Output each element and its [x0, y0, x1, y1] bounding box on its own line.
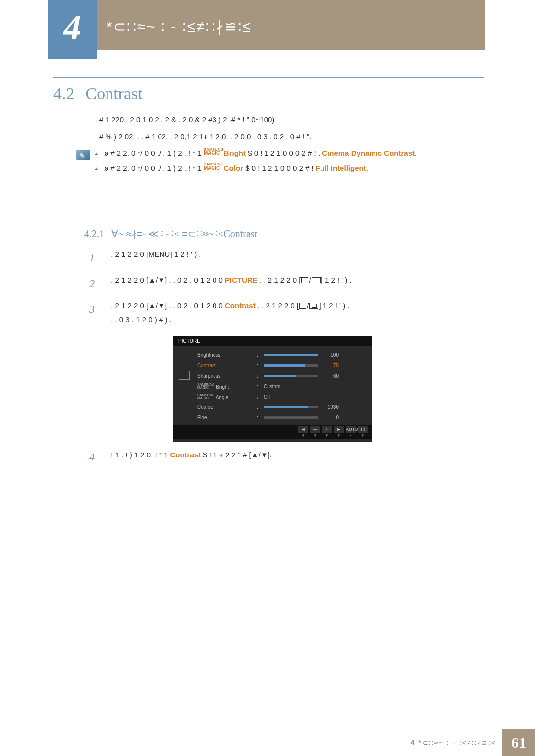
osd-menu: PICTURE Brightness:100Contrast:75Sharpne… — [173, 336, 372, 442]
slider-track — [264, 406, 318, 408]
square-icon — [301, 277, 308, 283]
osd-icon-column — [173, 346, 195, 425]
osd-foot-key: ► — [334, 426, 344, 433]
samsung-magic-label: SAMSUNGMAGIC — [204, 162, 224, 170]
intro-p1: # 1 220 . 2 0 1 0 2 . 2 & . 2 0 & 2 #3 )… — [99, 114, 476, 126]
osd-foot-key: + — [322, 426, 332, 433]
menu-key: MENU — [148, 250, 170, 258]
section-title: Contrast — [86, 84, 143, 102]
square-icon — [299, 303, 306, 309]
osd-value: 60 — [321, 373, 339, 379]
osd-row-label: Sharpness — [197, 373, 257, 379]
osd-row-label: Brightness — [197, 353, 257, 358]
osd-foot-key: ◄ — [298, 426, 308, 433]
slider-track — [264, 364, 318, 367]
samsung-magic-label: SAMSUNGMAGIC — [204, 148, 224, 155]
osd-row-label: Coarse — [197, 404, 257, 410]
osd-row: Sharpness:60 — [197, 371, 366, 381]
osd-row: Fine:0 — [197, 412, 366, 423]
slider-track — [264, 375, 318, 377]
osd-row: Coarse:1936 — [197, 402, 366, 412]
osd-foot-key: AUTO — [346, 426, 356, 433]
enter-icon — [309, 303, 318, 309]
slider-track — [264, 354, 318, 356]
note-icon — [76, 150, 90, 160]
enter-icon — [312, 277, 321, 283]
osd-row-label: SAMSUNGMAGIC Bright — [197, 383, 257, 390]
osd-row: SAMSUNGMAGIC Bright:Custom — [197, 381, 366, 392]
osd-value: 75 — [321, 363, 339, 368]
osd-footer: ◄▼—▼+▼►▼AUTO•⏻▼ — [173, 425, 372, 439]
chapter-number: 4 — [48, 0, 97, 59]
picture-icon — [179, 371, 190, 380]
note-item-1: ø # 2 2. 0 */ 0 0 ./ . 1 ) 2 . ! * 1 SAM… — [95, 148, 417, 159]
note-item-2: ø # 2 2. 0 */ 0 0 ./ . 1 ) 2 . ! * 1 SAM… — [95, 162, 417, 174]
osd-rows: Brightness:100Contrast:75Sharpness:60SAM… — [195, 346, 372, 425]
osd-row: SAMSUNGMAGIC Angle:Off — [197, 392, 366, 402]
section-body: # 1 220 . 2 0 1 0 2 . 2 & . 2 0 & 2 #3 )… — [99, 114, 476, 177]
steps-list: 1 . 2 1 2 2 0 [MENU] 1 2 ! ' ) . 2 . 2 1… — [89, 248, 476, 332]
slider-track — [264, 416, 318, 419]
step-3: 3 . 2 1 2 2 0 [▲/▼] . . 0 2 . 0 1 2 0 0 … — [89, 299, 476, 327]
note-list: ø # 2 2. 0 */ 0 0 ./ . 1 ) 2 . ! * 1 SAM… — [95, 148, 417, 177]
osd-foot-key: ⏻ — [358, 426, 368, 433]
osd-foot-key: — — [310, 426, 320, 433]
section-rule — [54, 77, 484, 78]
osd-row-label: Contrast — [197, 363, 257, 368]
step-2: 2 . 2 1 2 2 0 [▲/▼] . . 0 2 . 0 1 2 0 0 … — [89, 273, 476, 294]
osd-row: Brightness:100 — [197, 350, 366, 360]
osd-value: 100 — [321, 353, 339, 358]
section-heading: 4.2Contrast — [54, 84, 143, 103]
osd-value: 1936 — [321, 404, 339, 410]
page-footer: 4 *⊂∷≈~ ∶ - ∶≤≠∷∤≌∶≤ 61 — [0, 729, 535, 756]
section-number: 4.2 — [54, 84, 75, 102]
osd-row-label: Fine — [197, 415, 257, 420]
chapter-title: *⊂∷≈~ ∶ - ∶≤≠∷∤≌∶≤ — [107, 18, 252, 35]
osd-row: Contrast:75 — [197, 360, 366, 371]
step-1: 1 . 2 1 2 2 0 [MENU] 1 2 ! ' ) . — [89, 248, 476, 268]
osd-value: 0 — [321, 415, 339, 420]
osd-row-label: SAMSUNGMAGIC Angle — [197, 394, 257, 400]
osd-title: PICTURE — [173, 336, 372, 346]
subsection-heading: 4.2.1 ∀~ ≈∤≡- ≪ ∶ - ∶≤ ≡⊂∷≈~ ∶≤Contrast — [84, 228, 257, 240]
intro-p2: # % ) 2 02. . . # 1 02. . 2 0,1 2 1+ 1 2… — [99, 131, 476, 143]
page-number: 61 — [502, 729, 535, 756]
step-4: 4 ! 1 . ! ) 1 2 0. ! * 1 Contrast $ ! 1 … — [89, 451, 476, 463]
